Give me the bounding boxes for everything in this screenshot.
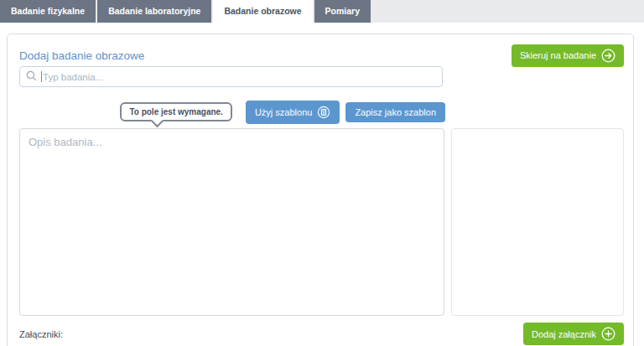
page-title: Dodaj badanie obrazowe [19,49,144,62]
save-as-template-button[interactable]: Zapisz jako szablon [345,102,445,122]
exam-side-panel [451,128,624,316]
template-actions-row: To pole jest wymagane. Użyj szablonu Zap… [19,101,445,123]
save-as-template-label: Zapisz jako szablon [355,107,436,117]
panel-header: Dodaj badanie obrazowe Skieruj na badani… [19,44,624,66]
plus-circle-icon [601,327,615,341]
tab-badanie-obrazowe[interactable]: Badanie obrazowe [213,0,312,23]
add-attachment-button[interactable]: Dodaj załącznik [523,323,624,345]
attachments-row: Załączniki: Dodaj załącznik [19,323,624,345]
exam-type-search-box[interactable] [19,66,443,87]
tab-badanie-fizykalne[interactable]: Badanie fizykalne [0,0,96,23]
tab-pomiary[interactable]: Pomiary [314,0,371,23]
exam-type-search-input[interactable] [43,72,436,82]
refer-for-exam-label: Skieruj na badanie [520,50,596,60]
text-caret [41,71,42,82]
document-circle-icon [317,106,330,119]
search-icon [26,70,41,85]
use-template-button[interactable]: Użyj szablonu [246,101,340,124]
examination-tab-bar: Badanie fizykalne Badanie laboratoryjne … [0,0,644,23]
use-template-label: Użyj szablonu [255,107,312,117]
add-imaging-exam-panel: Dodaj badanie obrazowe Skieruj na badani… [7,34,634,346]
refer-for-exam-button[interactable]: Skieruj na badanie [512,44,624,67]
tab-badanie-laboratoryjne[interactable]: Badanie laboratoryjne [97,0,211,23]
arrow-right-circle-icon [601,49,615,63]
exam-description-textarea[interactable] [19,128,444,316]
description-row [19,128,624,316]
required-field-tooltip: To pole jest wymagane. [120,102,232,121]
attachments-label: Załączniki: [19,329,63,339]
add-attachment-label: Dodaj załącznik [532,329,596,339]
